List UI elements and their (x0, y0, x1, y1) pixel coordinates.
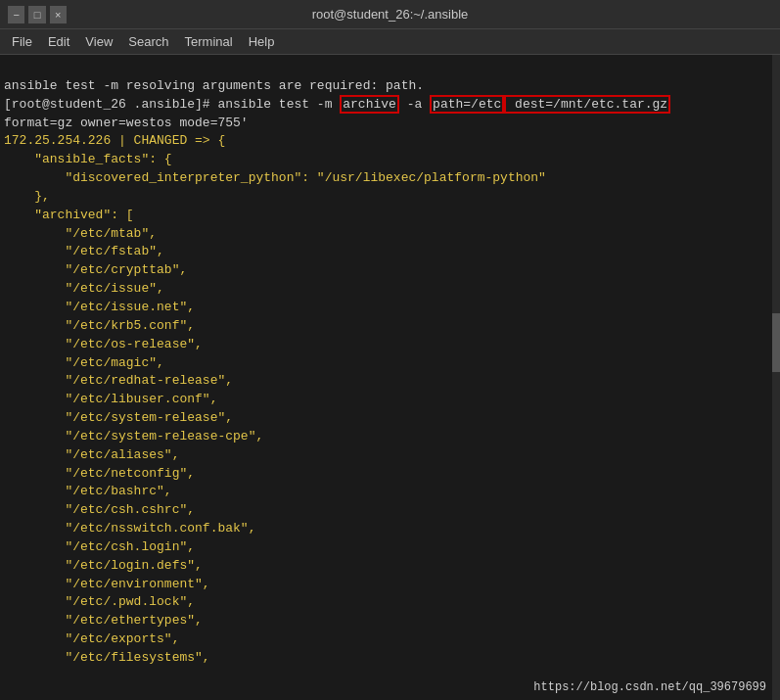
output-line-19: "/etc/bashrc", (4, 484, 172, 498)
output-line-10: "/etc/krb5.conf", (4, 318, 195, 333)
output-line-17: "/etc/aliases", (4, 447, 179, 462)
dest-highlight: dest=/mnt/etc.tar.gz (504, 95, 670, 114)
cmd-mid: -a (399, 97, 430, 112)
terminal-window: − □ × root@student_26:~/.ansible File Ed… (0, 0, 780, 700)
scrollbar-thumb[interactable] (772, 313, 780, 372)
output-line-8: "/etc/issue", (4, 281, 164, 296)
close-button[interactable]: × (50, 6, 67, 23)
output-line-28: "/etc/filesystems", (4, 650, 210, 665)
menu-file[interactable]: File (4, 32, 40, 51)
output-line-7: "/etc/crypttab", (4, 262, 187, 277)
output-line-15: "/etc/system-release", (4, 410, 233, 425)
menu-help[interactable]: Help (241, 32, 283, 51)
menu-view[interactable]: View (77, 32, 120, 51)
menu-terminal[interactable]: Terminal (177, 32, 241, 51)
title-bar: − □ × root@student_26:~/.ansible (0, 0, 780, 29)
terminal-content: ansible test -m resolving arguments are … (4, 59, 776, 686)
output-line-24: "/etc/environment", (4, 577, 210, 591)
output-line-18: "/etc/netconfig", (4, 466, 195, 481)
output-line-4: "archived": [ (4, 208, 134, 222)
cmd-format: format=gz (4, 116, 72, 130)
output-line-20: "/etc/csh.cshrc", (4, 502, 195, 517)
output-line-5: "/etc/mtab", (4, 226, 157, 241)
output-line-21: "/etc/nsswitch.conf.bak", (4, 521, 255, 536)
cmd-owner: owner=westos mode=755' (72, 116, 248, 130)
output-line-16: "/etc/system-release-cpe", (4, 429, 263, 443)
menu-edit[interactable]: Edit (40, 32, 77, 51)
output-line-26: "/etc/ethertypes", (4, 613, 203, 628)
output-line-3: }, (4, 189, 50, 204)
output-line-25: "/etc/.pwd.lock", (4, 594, 195, 609)
prompt: [root@student_26 .ansible]# (4, 97, 210, 112)
menu-search[interactable]: Search (120, 32, 176, 51)
output-line-27: "/etc/exports", (4, 631, 179, 646)
output-line-13: "/etc/redhat-release", (4, 373, 233, 388)
output-line-1: "ansible_facts": { (4, 152, 172, 166)
minimize-button[interactable]: − (8, 6, 24, 23)
output-line-2: "discovered_interpreter_python": "/usr/l… (4, 170, 546, 185)
menu-bar: File Edit View Search Terminal Help (0, 29, 780, 55)
maximize-button[interactable]: □ (28, 6, 45, 23)
window-title: root@student_26:~/.ansible (67, 7, 713, 22)
output-line-9: "/etc/issue.net", (4, 300, 195, 314)
path-highlight: path=/etc (430, 95, 504, 114)
url-text: https://blog.csdn.net/qq_39679699 (533, 680, 766, 694)
output-line-0: 172.25.254.226 | CHANGED => { (4, 133, 225, 148)
output-line-12: "/etc/magic", (4, 355, 164, 370)
output-line-22: "/etc/csh.login", (4, 539, 195, 554)
cmd-pre: ansible test -m (210, 97, 341, 112)
terminal-body[interactable]: ansible test -m resolving arguments are … (0, 55, 780, 700)
scrollbar[interactable] (772, 55, 780, 700)
output-line-14: "/etc/libuser.conf", (4, 392, 217, 406)
output-line-11: "/etc/os-release", (4, 337, 203, 351)
output-line-6: "/etc/fstab", (4, 244, 164, 258)
archive-highlight: archive (340, 95, 399, 114)
output-line-23: "/etc/login.defs", (4, 558, 203, 573)
